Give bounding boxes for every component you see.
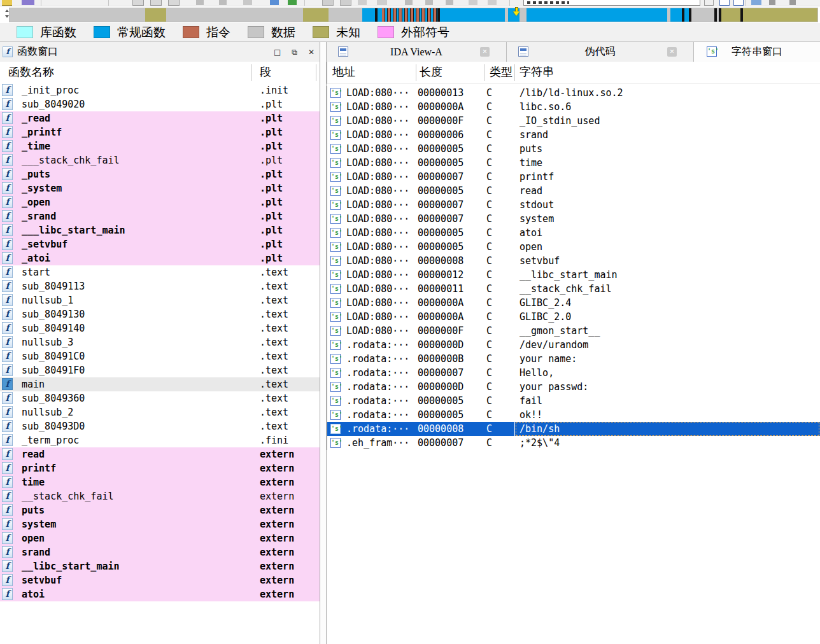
- function-row[interactable]: f___stack_chk_fail.plt: [0, 153, 320, 167]
- toolbar-icon[interactable]: [322, 0, 334, 6]
- column-divider[interactable]: [484, 64, 485, 81]
- function-row[interactable]: fnullsub_2.text: [0, 405, 320, 419]
- toolbar-combobox[interactable]: [523, 0, 700, 6]
- function-row[interactable]: fsub_8049360.text: [0, 391, 320, 405]
- string-row[interactable]: 's'LOAD:080···00000005Cread: [327, 184, 820, 198]
- function-row[interactable]: f_init_proc.init: [0, 83, 320, 97]
- column-divider[interactable]: [251, 64, 252, 81]
- column-header-type[interactable]: 类型: [490, 64, 512, 80]
- function-row[interactable]: f__libc_start_mainextern: [0, 559, 320, 573]
- navband-segment-gray[interactable]: [520, 8, 527, 22]
- function-row[interactable]: f_atoi.plt: [0, 251, 320, 265]
- toolbar-icon[interactable]: [704, 0, 714, 6]
- toolbar-arrow-icon[interactable]: [196, 0, 204, 5]
- functions-table-header[interactable]: 函数名称 段: [0, 62, 320, 84]
- column-header-length[interactable]: 长度: [420, 64, 442, 80]
- navband-segment-blue[interactable]: [684, 8, 689, 22]
- functions-window-titlebar[interactable]: f 函数窗口 □⧉✕: [0, 42, 320, 62]
- column-header-segment[interactable]: 段: [260, 64, 271, 80]
- column-divider[interactable]: [416, 64, 416, 81]
- function-row[interactable]: f_time.plt: [0, 139, 320, 153]
- toolbar-arrow-icon[interactable]: [425, 0, 433, 5]
- function-row[interactable]: f_system.plt: [0, 181, 320, 195]
- string-row[interactable]: 's'LOAD:080···00000012C__libc_start_main: [327, 268, 820, 282]
- navband-segment-olive[interactable]: [721, 8, 740, 22]
- tab-strings-window[interactable]: 's'字符串窗口: [694, 42, 820, 62]
- toolbar-icon[interactable]: [469, 0, 477, 5]
- navband-segment-olive[interactable]: [303, 8, 329, 22]
- navband-segment-blue[interactable]: [378, 8, 382, 22]
- function-row[interactable]: f_srand.plt: [0, 209, 320, 223]
- toolbar-icon[interactable]: [488, 0, 497, 5]
- function-row[interactable]: fsrandextern: [0, 545, 320, 559]
- string-row[interactable]: 's'LOAD:080···00000008Csetvbuf: [327, 254, 820, 268]
- navband-segment-blue[interactable]: [670, 8, 682, 22]
- function-row[interactable]: f_setvbuf.plt: [0, 237, 320, 251]
- toolbar-icon[interactable]: [719, 0, 730, 6]
- string-row[interactable]: 's'.eh_fram···00000007C;*2$\"4: [327, 436, 820, 450]
- toolbar-icon[interactable]: [150, 0, 162, 6]
- string-row[interactable]: 's'LOAD:080···00000007Csystem: [327, 212, 820, 226]
- toolbar-icon[interactable]: [789, 0, 796, 5]
- column-divider[interactable]: [514, 64, 515, 81]
- navband-segment-stripes[interactable]: [382, 8, 437, 22]
- column-divider[interactable]: [316, 64, 316, 81]
- string-row[interactable]: 's'.rodata:···0000000DC/dev/urandom: [327, 338, 820, 352]
- string-row[interactable]: 's'.rodata:···0000000DCyour passwd:: [327, 380, 820, 394]
- string-row[interactable]: 's'LOAD:080···0000000ACGLIBC_2.4: [327, 296, 820, 310]
- function-row[interactable]: f_puts.plt: [0, 167, 320, 181]
- toolbar-arrow-icon[interactable]: [405, 0, 413, 5]
- function-row[interactable]: fsetvbufextern: [0, 573, 320, 587]
- navband-segment-gray[interactable]: [10, 8, 145, 22]
- toolbar-open-icon[interactable]: [2, 0, 12, 6]
- function-row[interactable]: fsystemextern: [0, 517, 320, 531]
- function-row[interactable]: fopenextern: [0, 531, 320, 545]
- navband-segment-gray[interactable]: [329, 8, 362, 22]
- navband-segment-gray[interactable]: [166, 8, 303, 22]
- navigation-band[interactable]: [9, 8, 818, 22]
- column-header-string[interactable]: 字符串: [520, 64, 554, 80]
- string-row[interactable]: 's'LOAD:080···00000013C/lib/ld-linux.so.…: [327, 86, 820, 100]
- toolbar-icon[interactable]: [243, 0, 252, 5]
- navband-segment-olive[interactable]: [145, 8, 166, 22]
- toolbar-icon[interactable]: [132, 0, 144, 6]
- close-button[interactable]: ✕: [308, 48, 315, 57]
- toolbar-icon[interactable]: [288, 0, 297, 5]
- string-row[interactable]: 's'.rodata:···00000008C/bin/sh: [327, 422, 820, 436]
- function-row[interactable]: fnullsub_3.text: [0, 335, 320, 349]
- maximize-button[interactable]: □: [274, 48, 281, 57]
- string-row[interactable]: 's'LOAD:080···00000006Csrand: [327, 128, 820, 142]
- function-row[interactable]: f_read.plt: [0, 111, 320, 125]
- function-row[interactable]: ftimeextern: [0, 475, 320, 489]
- function-row[interactable]: fsub_80493D0.text: [0, 419, 320, 433]
- toolbar-icon[interactable]: [168, 0, 180, 6]
- toolbar-icon[interactable]: [733, 0, 744, 6]
- string-row[interactable]: 's'.rodata:···00000005Cok!!: [327, 408, 820, 422]
- string-row[interactable]: 's'.rodata:···0000000BCyour name:: [327, 352, 820, 366]
- string-row[interactable]: 's'.rodata:···00000005Cfail: [327, 394, 820, 408]
- function-row[interactable]: f__stack_chk_failextern: [0, 489, 320, 503]
- function-row[interactable]: fputsextern: [0, 503, 320, 517]
- string-row[interactable]: 's'LOAD:080···00000005Ctime: [327, 156, 820, 170]
- toolbar-icon[interactable]: [751, 0, 761, 5]
- close-icon[interactable]: ✕: [480, 47, 490, 57]
- panel-splitter[interactable]: [320, 42, 327, 644]
- toolbar-database-icon[interactable]: [22, 0, 34, 5]
- navband-segment-blue[interactable]: [362, 8, 375, 22]
- navband-segment-blue[interactable]: [440, 8, 505, 22]
- navband-segment-gray[interactable]: [691, 8, 714, 22]
- toolbar-icon[interactable]: [769, 0, 775, 5]
- string-row[interactable]: 's'LOAD:080···00000011C__stack_chk_fail: [327, 282, 820, 296]
- function-row[interactable]: fstart.text: [0, 265, 320, 279]
- string-row[interactable]: 's'LOAD:080···0000000AClibc.so.6: [327, 100, 820, 114]
- close-icon[interactable]: ✕: [667, 47, 677, 57]
- toolbar-icon[interactable]: [340, 0, 351, 6]
- string-row[interactable]: 's'LOAD:080···00000005Copen: [327, 240, 820, 254]
- function-row[interactable]: f_printf.plt: [0, 125, 320, 139]
- function-row[interactable]: fsub_8049140.text: [0, 321, 320, 335]
- function-row[interactable]: fsub_80491F0.text: [0, 363, 320, 377]
- string-row[interactable]: 's'LOAD:080···0000000ACGLIBC_2.0: [327, 310, 820, 324]
- column-header-function-name[interactable]: 函数名称: [8, 64, 54, 80]
- function-row[interactable]: freadextern: [0, 447, 320, 461]
- strings-table-header[interactable]: 地址 长度 类型 字符串: [327, 62, 820, 84]
